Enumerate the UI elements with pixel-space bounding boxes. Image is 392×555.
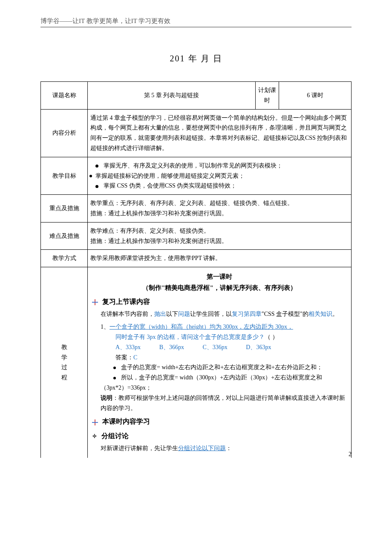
process-cell: 第一课时 （制作"精美电商悬浮框"，讲解无序列表、有序列表） 复习上节课内容 在…	[88, 267, 352, 458]
list-marker-icon	[92, 299, 98, 305]
lesson-title: 第一课时	[92, 272, 347, 283]
review-heading: 复习上节课内容	[92, 296, 347, 307]
explain-1: 盒子的总宽度= width+左右内边距之和+左右边框宽度之和+左右外边距之和；	[92, 362, 347, 373]
discuss-heading: ✧分组讨论	[92, 430, 347, 442]
option-b: B、366px	[159, 342, 184, 353]
goals-cell: 掌握无序、有序及定义列表的使用，可以制作常见的网页列表模块； 掌握超链接标记的使…	[88, 157, 352, 194]
label-key: 重点及措施	[41, 195, 88, 223]
label-diff: 难点及措施	[41, 222, 88, 250]
table-row: 教学过程 第一课时 （制作"精美电商悬浮框"，讲解无序列表、有序列表） 复习上节…	[41, 267, 352, 458]
table-row: 重点及措施 教学重点：无序列表、有序列表、定义列表、超链接、链接伪类、锚点链接。…	[41, 195, 352, 223]
page-header: 博学谷——让IT 教学更简单，让IT 学习更有效	[40, 17, 352, 25]
topic-name: 第 5 章 列表与超链接	[88, 82, 256, 110]
bullet-icon	[89, 175, 92, 177]
bullet-icon	[95, 165, 98, 168]
explain-2: 所以，盒子的总宽度= width（300px）+左内边距（30px）+左右边框宽…	[92, 373, 347, 393]
label-mode: 教学方式	[41, 250, 88, 267]
label-goals: 教学目标	[41, 157, 88, 194]
header-rule	[40, 27, 352, 27]
table-row: 课题名称 第 5 章 列表与超链接 计划课时 6 课时	[41, 82, 352, 110]
label-topic: 课题名称	[41, 82, 88, 110]
question-1-cont: 同时盒子有 3px 的边框，请问这个盒子的总宽度是多少？（ ）	[92, 332, 347, 342]
table-row: 难点及措施 教学难点：有序列表、定义列表、链接伪类。 措施：通过上机操作加强学习…	[41, 222, 352, 250]
answer-line: 答案：C	[92, 353, 347, 363]
lesson-subtitle: （制作"精美电商悬浮框"，讲解无序列表、有序列表）	[92, 283, 347, 294]
bullet-icon	[113, 367, 116, 369]
table-row: 教学目标 掌握无序、有序及定义列表的使用，可以制作常见的网页列表模块； 掌握超链…	[41, 157, 352, 194]
lesson-plan-table: 课题名称 第 5 章 列表与超链接 计划课时 6 课时 内容分析 通过第 4 章…	[40, 81, 352, 458]
label-process: 教学过程	[41, 267, 88, 458]
bullet-icon	[95, 185, 98, 188]
date-line: 201 年 月 日	[40, 53, 352, 64]
diff-text-1: 教学难点：有序列表、定义列表、链接伪类。	[90, 226, 349, 236]
discuss-paragraph: 对新课进行讲解前，先让学生分组讨论以下问题：	[92, 443, 347, 454]
plan-hours: 6 课时	[279, 82, 352, 110]
goal-3: 掌握 CSS 伪类，会使用CSS 伪类实现超链接特效；	[104, 182, 236, 189]
goal-2: 掌握超链接标记的使用，能够使用超链接定义网页元素；	[95, 173, 245, 179]
table-row: 教学方式 教学采用教师课堂讲授为主，使用教学PPT 讲解。	[41, 250, 352, 267]
bullet-icon	[113, 377, 116, 379]
diamond-icon: ✧	[92, 431, 97, 442]
diff-text-2: 措施：通过上机操作加强学习和补充案例进行巩固。	[90, 236, 349, 246]
mode-text: 教学采用教师课堂讲授为主，使用教学PPT 讲解。	[88, 250, 352, 267]
label-plan: 计划课时	[256, 82, 279, 110]
question-options: A、333px B、366px C、336px D、363px	[92, 342, 347, 353]
key-text-2: 措施：通过上机操作加强学习和补充案例进行巩固。	[90, 208, 349, 219]
list-marker-icon	[92, 419, 98, 425]
question-1: 1、一个盒子的宽（width）和高（height）均为 300px，左内边距为 …	[92, 322, 347, 332]
page-number: 2	[349, 451, 352, 458]
key-text-1: 教学重点：无序列表、有序列表、定义列表、超链接、链接伪类、锚点链接。	[90, 198, 349, 208]
option-d: D、363px	[246, 342, 271, 353]
svg-rect-3	[92, 422, 98, 423]
note-line: 说明：教师可根据学生对上述问题的回答情况，对以上问题进行简单讲解或直接进入本课时…	[92, 393, 347, 413]
svg-rect-1	[92, 302, 98, 303]
goal-1: 掌握无序、有序及定义列表的使用，可以制作常见的网页列表模块；	[104, 162, 282, 169]
table-row: 内容分析 通过第 4 章盒子模型的学习，已经很容易对网页做一个简单的结构划分。但…	[41, 109, 352, 157]
label-analysis: 内容分析	[41, 109, 88, 157]
option-c: C、336px	[202, 342, 227, 353]
diff-cell: 教学难点：有序列表、定义列表、链接伪类。 措施：通过上机操作加强学习和补充案例进…	[88, 222, 352, 250]
learn-heading: 本课时内容学习	[92, 416, 347, 427]
review-paragraph: 在讲解本节内容前，抛出以下问题让学生回答，以复习第四章"CSS 盒子模型"的相关…	[92, 309, 347, 319]
analysis-text: 通过第 4 章盒子模型的学习，已经很容易对网页做一个简单的结构划分。但是一个网站…	[88, 109, 352, 157]
key-cell: 教学重点：无序列表、有序列表、定义列表、超链接、链接伪类、锚点链接。 措施：通过…	[88, 195, 352, 223]
option-a: A、333px	[115, 342, 141, 353]
